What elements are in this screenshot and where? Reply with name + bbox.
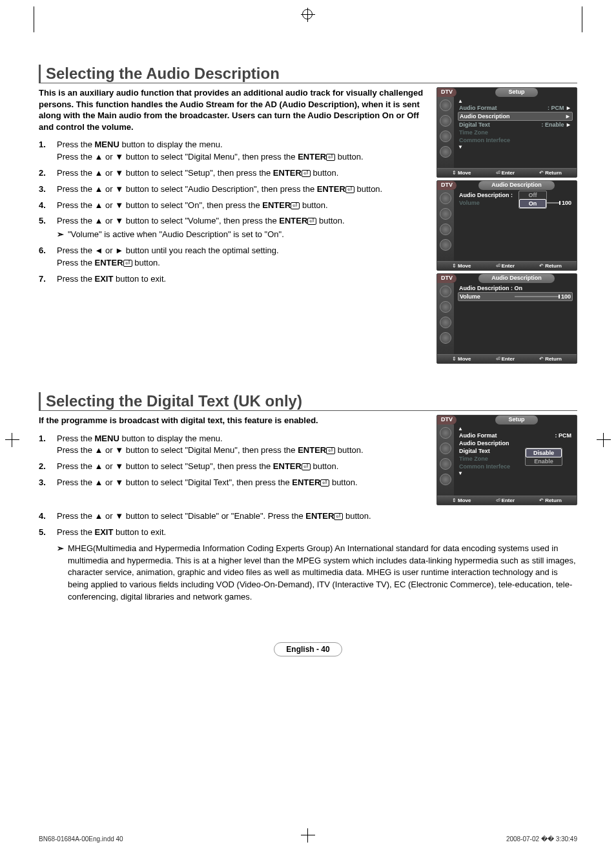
note-icon: ➣ xyxy=(57,543,64,603)
section-digital-text: Selecting the Digital Text (UK only) If … xyxy=(39,392,577,603)
step-item: 3.Press the ▲ or ▼ button to select "Dig… xyxy=(39,477,430,489)
mheg-note: MHEG(Multimedia and Hypermedia Informati… xyxy=(68,543,577,603)
dropdown-disable-enable[interactable]: Disable Enable xyxy=(525,448,562,466)
step-item: 2.Press the ▲ or ▼ button to select "Set… xyxy=(39,167,430,180)
step-item: 4.Press the ▲ or ▼ button to select "Dis… xyxy=(39,510,577,523)
step-item: 5.Press the ▲ or ▼ button to select "Vol… xyxy=(39,215,430,241)
registration-mark-icon xyxy=(597,433,611,447)
dropdown-on-off[interactable]: Off On xyxy=(518,191,547,209)
section-title: Selecting the Audio Description xyxy=(39,65,577,83)
step-item: 1.Press the MENU button to display the m… xyxy=(39,433,430,457)
print-footer: BN68-01684A-00Eng.indd 40 2008-07-02 �� … xyxy=(39,835,577,843)
section-lead: This is an auxiliary audio function that… xyxy=(39,87,430,132)
step-item: 6.Press the ◄ or ► button until you reac… xyxy=(39,245,430,269)
registration-mark-icon xyxy=(301,8,315,22)
step-item: 4.Press the ▲ or ▼ button to select "On"… xyxy=(39,200,430,212)
step-item: 3.Press the ▲ or ▼ button to select "Aud… xyxy=(39,183,430,196)
osd-setup: DTVSetup ▲ Audio Format: PCM ► Audio Des… xyxy=(436,87,577,178)
step-item: 7.Press the EXIT button to exit. xyxy=(39,273,430,286)
step-item: 1.Press the MENU button to display the m… xyxy=(39,139,430,163)
registration-mark-icon xyxy=(5,433,19,447)
step-item: 2.Press the ▲ or ▼ button to select "Set… xyxy=(39,461,430,473)
step-item: 5.Press the EXIT button to exit. xyxy=(39,527,577,539)
osd-audio-description-volume: DTVAudio Description Audio Description :… xyxy=(436,273,577,364)
osd-audio-description-dropdown: DTVAudio Description Audio Description :… xyxy=(436,180,577,271)
section-lead: If the programme is broadcast with digit… xyxy=(39,415,430,426)
section-title: Selecting the Digital Text (UK only) xyxy=(39,392,577,411)
osd-setup-digital-text: DTVSetup ▲ Audio Format: PCM Audio Descr… xyxy=(436,415,577,505)
section-audio-description: Selecting the Audio Description This is … xyxy=(39,65,577,366)
page-number: English - 40 xyxy=(274,642,342,656)
menu-item-volume[interactable]: Volume 100 xyxy=(458,292,573,301)
menu-item-audio-description[interactable]: Audio Description► xyxy=(458,112,573,121)
